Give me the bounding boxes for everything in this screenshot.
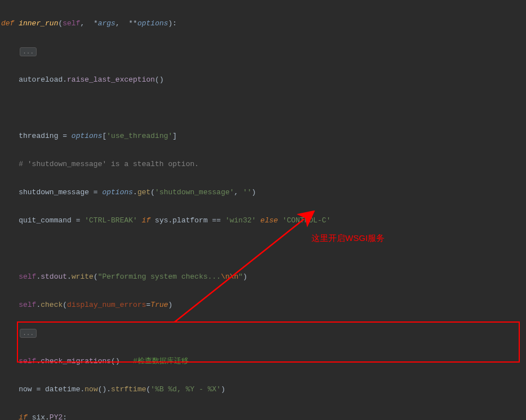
- code-line: shutdown_message = options.get('shutdown…: [1, 185, 526, 199]
- code-line: threading = options['use_threading']: [1, 129, 526, 143]
- comment: # 'shutdown_message' is a stealth option…: [19, 160, 199, 168]
- keyword-def: def: [1, 19, 14, 28]
- code-line: ...: [1, 44, 526, 59]
- code-line: ...: [1, 326, 526, 340]
- comment: #检查数据库迁移: [133, 357, 189, 365]
- code-editor: def inner_run(self, *args, **options): .…: [0, 0, 526, 420]
- fold-marker[interactable]: ...: [20, 47, 37, 56]
- code-line: quit_command = 'CTRL-BREAK' if sys.platf…: [1, 213, 526, 227]
- fold-marker[interactable]: ...: [20, 329, 37, 338]
- code-line: # 'shutdown_message' is a stealth option…: [1, 157, 526, 171]
- code-line: if six.PY2:: [1, 410, 526, 420]
- code-line: now = datetime.now().strftime('%B %d, %Y…: [1, 382, 526, 396]
- code-line: self.check(display_num_errors=True): [1, 298, 526, 312]
- blank-line: [1, 101, 526, 115]
- function-name: inner_run: [19, 19, 58, 28]
- code-line: self.check_migrations() #检查数据库迁移: [1, 354, 526, 368]
- code-line: self.stdout.write("Performing system che…: [1, 270, 526, 284]
- annotation-label: 这里开启WSGI服务: [311, 231, 385, 245]
- code-line: autoreload.raise_last_exception(): [1, 73, 526, 87]
- blank-line: [1, 242, 526, 256]
- code-line: def inner_run(self, *args, **options):: [1, 16, 526, 30]
